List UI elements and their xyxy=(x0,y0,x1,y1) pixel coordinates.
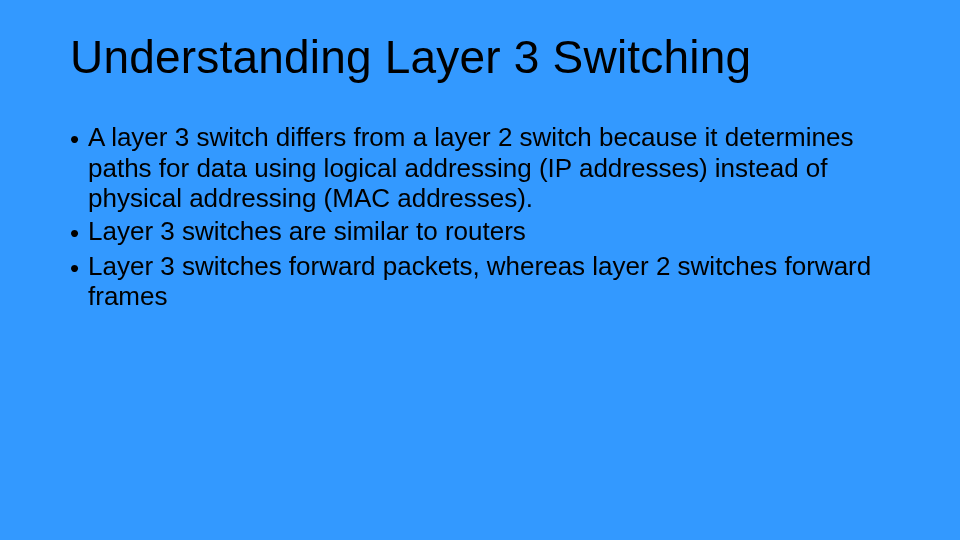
bullet-text: Layer 3 switches are similar to routers xyxy=(88,216,890,247)
slide: Understanding Layer 3 Switching • A laye… xyxy=(0,0,960,540)
bullet-text: A layer 3 switch differs from a layer 2 … xyxy=(88,122,890,214)
list-item: • Layer 3 switches are similar to router… xyxy=(70,216,890,249)
bullet-dot: • xyxy=(70,216,88,249)
bullet-dot: • xyxy=(70,251,88,284)
slide-title: Understanding Layer 3 Switching xyxy=(70,30,890,84)
list-item: • Layer 3 switches forward packets, wher… xyxy=(70,251,890,312)
list-item: • A layer 3 switch differs from a layer … xyxy=(70,122,890,214)
slide-body: • A layer 3 switch differs from a layer … xyxy=(70,122,890,312)
bullet-dot: • xyxy=(70,122,88,155)
bullet-text: Layer 3 switches forward packets, wherea… xyxy=(88,251,890,312)
